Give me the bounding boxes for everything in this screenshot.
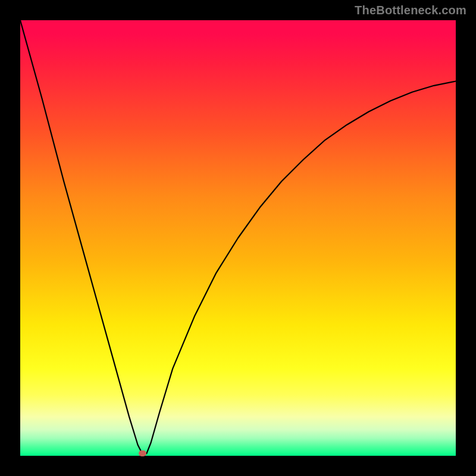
minimum-marker-icon (139, 450, 146, 456)
chart-container: { "watermark": "TheBottleneck.com", "cha… (0, 0, 476, 476)
watermark-text: TheBottleneck.com (355, 4, 466, 17)
bottleneck-curve (20, 20, 456, 456)
plot-area (20, 20, 456, 456)
